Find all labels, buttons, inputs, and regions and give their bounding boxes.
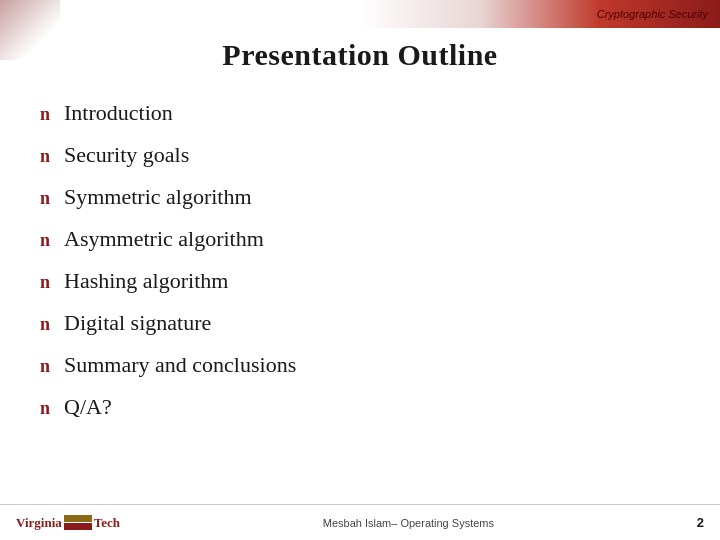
list-item-label: Asymmetric algorithm (64, 226, 264, 252)
bullet-icon: n (40, 398, 50, 419)
list-item-label: Summary and conclusions (64, 352, 296, 378)
list-item: n Asymmetric algorithm (40, 226, 680, 252)
logo-bottom-bar (64, 523, 92, 530)
bullet-icon: n (40, 356, 50, 377)
bullet-list: n Introduction n Security goals n Symmet… (40, 100, 680, 420)
list-item: n Hashing algorithm (40, 268, 680, 294)
bullet-icon: n (40, 230, 50, 251)
list-item-label: Introduction (64, 100, 173, 126)
list-item: n Introduction (40, 100, 680, 126)
list-item: n Symmetric algorithm (40, 184, 680, 210)
bullet-icon: n (40, 104, 50, 125)
header-label: Cryptographic Security (597, 8, 708, 20)
logo-top-bar (64, 515, 92, 522)
logo-text-virginia: Virginia (16, 515, 62, 531)
list-item: n Q/A? (40, 394, 680, 420)
bullet-icon: n (40, 314, 50, 335)
list-item: n Security goals (40, 142, 680, 168)
list-item: n Summary and conclusions (40, 352, 680, 378)
list-item-label: Q/A? (64, 394, 112, 420)
bullet-icon: n (40, 146, 50, 167)
list-item-label: Hashing algorithm (64, 268, 228, 294)
list-item-label: Security goals (64, 142, 189, 168)
footer-center-text: Mesbah Islam– Operating Systems (323, 517, 494, 529)
list-item: n Digital signature (40, 310, 680, 336)
bullet-icon: n (40, 272, 50, 293)
bullet-icon: n (40, 188, 50, 209)
slide: Cryptographic Security Presentation Outl… (0, 0, 720, 540)
list-item-label: Digital signature (64, 310, 211, 336)
list-item-label: Symmetric algorithm (64, 184, 252, 210)
content-area: n Introduction n Security goals n Symmet… (40, 100, 680, 436)
footer-page-number: 2 (697, 515, 704, 530)
top-bar: Cryptographic Security (360, 0, 720, 28)
logo-text-tech: Tech (94, 515, 120, 531)
logo-box (64, 515, 92, 530)
footer: Virginia Tech Mesbah Islam– Operating Sy… (0, 504, 720, 540)
slide-title: Presentation Outline (0, 38, 720, 72)
footer-logo: Virginia Tech (16, 515, 120, 531)
